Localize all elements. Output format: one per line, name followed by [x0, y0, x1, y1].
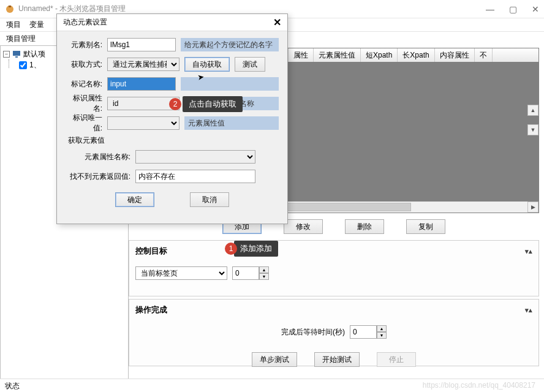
panel-collapse-icon[interactable]: ▾▴	[525, 306, 532, 314]
menu-variable[interactable]: 变量	[29, 20, 44, 30]
wait-time-input[interactable]	[350, 325, 377, 339]
tab-index-input[interactable]	[232, 266, 259, 280]
delete-button[interactable]: 删除	[345, 219, 384, 234]
step-test-button[interactable]: 单步测试	[252, 352, 297, 367]
monitor-icon	[12, 50, 21, 58]
window-close-button[interactable]: ✕	[532, 4, 539, 14]
scroll-up-button[interactable]: ▲	[527, 105, 538, 116]
tag-input[interactable]	[107, 77, 176, 91]
tab-index-spinner[interactable]: ▲ ▼	[232, 266, 269, 280]
control-target-title: 控制目标	[135, 246, 167, 257]
test-button[interactable]: 测试	[235, 57, 265, 72]
operation-done-title: 操作完成	[135, 304, 167, 315]
spin-up-button[interactable]: ▲	[377, 325, 387, 332]
modify-button[interactable]: 修改	[284, 219, 323, 234]
dynamic-element-dialog: 动态元素设置 ✕ 元素别名: 给元素起个方便记忆的名字 获取方式: 通过元素属性…	[56, 13, 288, 224]
alias-input[interactable]	[107, 38, 176, 51]
control-target-panel: 控制目标 ▾▴ 当前标签页 ▲ ▼	[129, 240, 539, 296]
callout-2-text: 点击自动获取	[189, 99, 236, 108]
th-attr[interactable]: 属性	[289, 48, 314, 62]
current-tab-select[interactable]: 当前标签页	[135, 266, 227, 280]
scroll-down-button[interactable]: ▼	[527, 124, 538, 135]
copy-button[interactable]: 复制	[406, 219, 445, 234]
svg-rect-1	[9, 6, 11, 7]
spin-up-button[interactable]: ▲	[259, 266, 269, 273]
alias-hint: 给元素起个方便记忆的名字	[181, 38, 279, 51]
wait-time-spinner[interactable]: ▲ ▼	[350, 325, 387, 339]
window-maximize-button[interactable]: ▢	[509, 4, 517, 14]
svg-rect-2	[13, 51, 20, 56]
spin-down-button[interactable]: ▼	[259, 273, 269, 280]
dialog-title: 动态元素设置	[63, 17, 107, 28]
status-label: 状态	[5, 382, 20, 390]
unique-val-label: 标识唯一值:	[66, 113, 102, 134]
tree-child-checkbox[interactable]	[19, 61, 27, 69]
method-select[interactable]: 通过元素属性捕获	[107, 58, 179, 71]
th-short-xpath[interactable]: 短Xpath	[361, 48, 398, 62]
scroll-right-button[interactable]: ▶	[527, 202, 538, 213]
th-attr-val[interactable]: 元素属性值	[314, 48, 361, 62]
cancel-button[interactable]: 取消	[190, 192, 229, 207]
app-icon	[5, 4, 15, 14]
panel-collapse-icon[interactable]: ▾▴	[525, 247, 532, 255]
menu-project[interactable]: 项目	[6, 20, 21, 30]
tree-root-label: 默认项	[23, 49, 45, 59]
callout-2: 点击自动获取	[183, 96, 243, 112]
stop-button[interactable]: 停止	[377, 352, 416, 367]
callout-1-text: 添加添加	[240, 244, 272, 253]
unique-val-hint: 元素属性值	[184, 116, 279, 130]
alias-label: 元素别名:	[66, 40, 102, 50]
tag-label: 标记名称:	[66, 79, 102, 89]
tree-child-label: 1、	[29, 60, 41, 70]
wait-time-label: 完成后等待时间(秒)	[281, 327, 345, 337]
unique-val-select[interactable]	[107, 116, 179, 130]
start-test-button[interactable]: 开始测试	[314, 352, 360, 367]
dialog-titlebar: 动态元素设置 ✕	[57, 14, 287, 31]
window-title: Unnamed* - 木头浏览器项目管理	[18, 4, 126, 14]
auto-fetch-button[interactable]: 自动获取	[184, 57, 230, 72]
th-content-attr[interactable]: 内容属性	[435, 48, 475, 62]
spin-down-button[interactable]: ▼	[377, 332, 387, 339]
tag-hint	[181, 77, 279, 91]
callout-2-badge: 2	[169, 98, 181, 110]
cursor-icon: ➤	[197, 72, 205, 81]
attr-name-label: 标识属性名:	[66, 93, 102, 114]
callout-1: 1 添加添加	[234, 241, 278, 257]
prop-name-select[interactable]	[135, 150, 255, 164]
tree-collapse-icon[interactable]: −	[3, 51, 10, 58]
ok-button[interactable]: 确定	[115, 192, 154, 207]
get-value-group-title: 获取元素值	[68, 135, 279, 146]
dialog-close-button[interactable]: ✕	[273, 17, 281, 28]
watermark-text: https://blog.csdn.net/qq_40408217	[423, 381, 535, 390]
missing-return-label: 找不到元素返回值:	[66, 172, 130, 182]
window-minimize-button[interactable]: —	[486, 4, 494, 14]
th-overflow[interactable]: 不	[475, 48, 493, 62]
callout-1-badge: 1	[225, 243, 237, 255]
th-long-xpath[interactable]: 长Xpath	[398, 48, 434, 62]
prop-name-label: 元素属性名称:	[66, 152, 130, 162]
missing-return-input[interactable]	[135, 170, 255, 183]
method-label: 获取方式:	[66, 59, 102, 70]
svg-rect-3	[15, 56, 18, 58]
operation-done-panel: 操作完成 ▾▴ 完成后等待时间(秒) ▲ ▼ 单步测试 开始测试 停止	[129, 299, 539, 366]
submenu-project-manage[interactable]: 项目管理	[6, 34, 36, 44]
